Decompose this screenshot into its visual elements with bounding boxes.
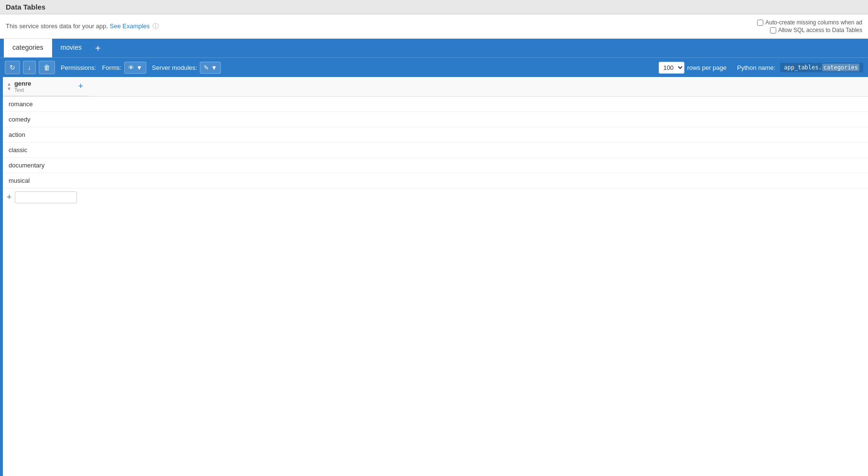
tab-categories[interactable]: categories [4, 39, 52, 57]
sort-asc-icon: ▲ [7, 82, 11, 87]
tab-movies[interactable]: movies [52, 39, 90, 57]
add-row-button[interactable]: + [7, 192, 12, 202]
auto-create-checkbox[interactable] [757, 20, 763, 26]
forms-label: Forms: [102, 64, 121, 71]
python-name-prefix: app_tables. [784, 64, 822, 71]
forms-dropdown[interactable]: 👁 ▼ [124, 62, 146, 74]
server-modules-dropdown[interactable]: ✎ ▼ [200, 62, 221, 74]
info-bar-description: This service stores data for your app. S… [6, 22, 159, 31]
column-type: Text [14, 87, 76, 93]
refresh-button[interactable]: ↻ [5, 61, 20, 74]
chevron-down-icon-2: ▼ [211, 64, 217, 71]
data-rows-container: romance comedy action classic documentar… [3, 97, 868, 188]
python-name-table: categories [822, 64, 859, 71]
rows-per-page-label: rows per page [687, 64, 727, 71]
add-row-container: + [3, 188, 868, 206]
eye-icon: 👁 [128, 64, 134, 71]
sql-access-checkbox[interactable] [770, 27, 776, 33]
table-row[interactable]: action [3, 127, 868, 143]
python-name-value: app_tables.categories [780, 63, 863, 72]
chevron-down-icon: ▼ [136, 64, 142, 71]
tabs-bar: categories movies + [0, 39, 868, 57]
sql-access-checkbox-label: Allow SQL access to Data Tables [770, 27, 862, 33]
page-header: Data Tables [0, 0, 868, 14]
column-name: genre [14, 80, 76, 87]
sort-buttons[interactable]: ▲ ▼ [7, 82, 11, 91]
trash-icon: 🗑 [43, 64, 50, 71]
edit-icon: ✎ [204, 64, 209, 71]
table-row[interactable]: romance [3, 97, 868, 112]
toolbar: ↻ ↓ 🗑 Permissions: Forms: 👁 ▼ Server mod… [0, 57, 868, 77]
permissions-label: Permissions: [61, 64, 96, 71]
column-headers-row: ▲ ▼ genre Text + [3, 77, 868, 97]
add-tab-button[interactable]: + [90, 41, 106, 56]
python-name-label: Python name: [737, 64, 775, 71]
info-bar: This service stores data for your app. S… [0, 14, 868, 39]
rows-per-page-select[interactable]: 10 25 50 100 500 [659, 62, 684, 74]
table-row[interactable]: musical [3, 173, 868, 188]
help-icon: ⓘ [152, 22, 159, 30]
data-area: ▲ ▼ genre Text + romance comedy action c… [3, 77, 868, 476]
add-column-button[interactable]: + [76, 81, 85, 91]
rows-per-page-container: 10 25 50 100 500 rows per page [659, 62, 727, 74]
sort-desc-icon: ▼ [7, 87, 11, 91]
delete-button[interactable]: 🗑 [39, 61, 55, 74]
genre-column-header: ▲ ▼ genre Text + [3, 77, 89, 96]
table-row[interactable]: classic [3, 143, 868, 158]
column-info: genre Text [14, 80, 76, 93]
auto-create-checkbox-label: Auto-create missing columns when ad [757, 19, 862, 26]
see-examples-link[interactable]: See Examples [110, 22, 150, 30]
refresh-icon: ↻ [10, 64, 15, 71]
table-row[interactable]: documentary [3, 158, 868, 173]
main-content: ▲ ▼ genre Text + romance comedy action c… [0, 77, 868, 476]
server-modules-label: Server modules: [152, 64, 197, 71]
page-title: Data Tables [6, 3, 45, 11]
info-bar-options: Auto-create missing columns when ad Allo… [757, 19, 862, 33]
download-button[interactable]: ↓ [23, 61, 36, 74]
table-row[interactable]: comedy [3, 112, 868, 127]
add-row-input[interactable] [15, 191, 77, 203]
download-icon: ↓ [28, 64, 31, 71]
